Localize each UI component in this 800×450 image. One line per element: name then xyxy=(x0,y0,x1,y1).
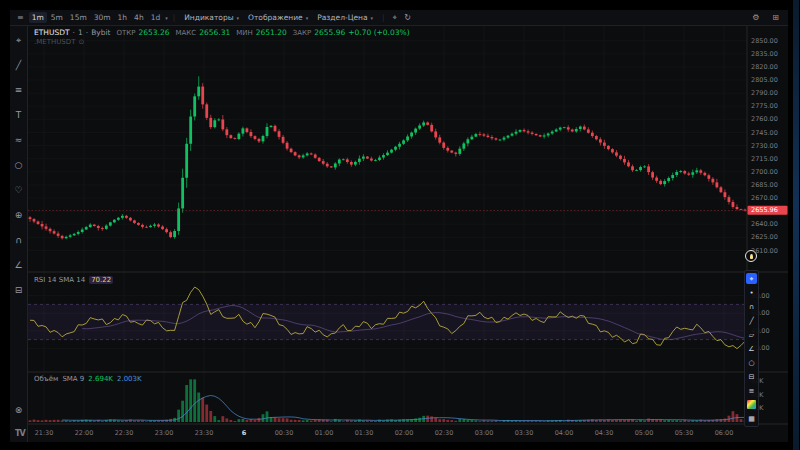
text-tool-icon[interactable]: T xyxy=(13,109,25,121)
time-scale[interactable] xyxy=(28,424,747,442)
symbol-legend: ETHUSDT · 1 · Bybit ОТКР 2653.26 МАКС 26… xyxy=(34,28,410,37)
refresh-icon[interactable]: ↻ xyxy=(401,13,414,23)
trash-tool-icon[interactable]: ⊗ xyxy=(13,404,25,416)
legend-dot-2: · xyxy=(86,28,88,37)
rsi-legend: RSI 14 SMA 14 70.22 xyxy=(34,276,113,284)
timeframe-4h[interactable]: 4h xyxy=(131,12,147,23)
menu-Отображение[interactable]: Отображение▾ xyxy=(244,13,312,22)
toolbar-divider: | xyxy=(173,13,176,22)
panel-layout-icon[interactable]: ⊞ xyxy=(769,13,782,22)
legend-interval: 1 xyxy=(78,28,83,37)
top-toolbar: ≡ 1m5m15m30m1h4h1d ▾ | Индикаторы▾Отобра… xyxy=(10,10,788,26)
trend-line-tool-icon[interactable]: ╱ xyxy=(13,59,25,71)
timeframe-30m[interactable]: 30m xyxy=(91,12,114,23)
grid-settings-icon[interactable]: ▦ xyxy=(746,413,757,424)
open-label: ОТКР xyxy=(117,29,136,37)
pattern-tool-icon[interactable]: ≈ xyxy=(13,134,25,146)
volume-sma-title: SMA 9 xyxy=(62,375,84,383)
timeframe-5m[interactable]: 5m xyxy=(48,12,66,23)
pencil-icon[interactable]: ╱ xyxy=(746,315,757,326)
dot-tool-icon[interactable]: • xyxy=(746,287,757,298)
menu-label: Раздел-Цена xyxy=(317,13,367,22)
cursor-tool-icon[interactable]: ⌖ xyxy=(746,273,757,284)
rsi-value: 70.22 xyxy=(89,276,113,284)
timeframe-dropdown-caret[interactable]: ▾ xyxy=(165,15,168,21)
hide-all-tool-icon[interactable]: ⊟ xyxy=(13,284,25,296)
chart-area: 2850.002835.002820.002805.002790.002775.… xyxy=(28,26,788,442)
menu-label: Индикаторы xyxy=(184,13,233,22)
chart-canvas[interactable]: 2850.002835.002820.002805.002790.002775.… xyxy=(28,26,788,442)
toolbar-divider-2: | xyxy=(382,13,385,22)
chevron-down-icon: ▾ xyxy=(237,15,240,21)
volume-title[interactable]: Объём xyxy=(34,375,58,383)
legend-exchange: Bybit xyxy=(91,28,110,37)
volume-legend: Объём SMA 9 2.694K 2.003K xyxy=(34,375,142,383)
timeframe-group: 1m5m15m30m1h4h1d xyxy=(29,12,163,23)
change-value: +0.70 (+0.03%) xyxy=(348,28,409,37)
legend-dot-1: · xyxy=(73,28,75,37)
close-label: ЗАКР xyxy=(293,29,311,37)
floating-drawing-toolbar: ⌖•∩╱▱∠○⊟≡▦ xyxy=(744,270,759,427)
topbar-right-icons: ⚙⊞ xyxy=(749,13,784,22)
chevron-down-icon: ▾ xyxy=(371,15,374,21)
timeframe-1m[interactable]: 1m xyxy=(29,12,47,23)
volume-value: 2.694K xyxy=(88,375,113,383)
circle-draw-icon[interactable]: ○ xyxy=(746,357,757,368)
eye-icon[interactable]: ⊙ xyxy=(78,38,84,46)
tradingview-logo[interactable]: TV xyxy=(15,429,25,438)
timeframe-1h[interactable]: 1h xyxy=(115,12,131,23)
rsi-title[interactable]: RSI 14 SMA 14 xyxy=(34,276,85,284)
symbol-title[interactable]: ETHUSDT xyxy=(34,28,70,37)
low-value: 2651.20 xyxy=(256,28,287,37)
overlay-symbol-legend: .METHUSDT ⊙ xyxy=(34,38,84,46)
ruler-icon[interactable]: ∠ xyxy=(746,343,757,354)
menu-group: Индикаторы▾Отображение▾Раздел-Цена▾ xyxy=(180,13,377,22)
timeframe-1d[interactable]: 1d xyxy=(148,12,164,23)
settings-gear-icon[interactable]: ⚙ xyxy=(749,13,762,22)
video-frame: ≡ 1m5m15m30m1h4h1d ▾ | Индикаторы▾Отобра… xyxy=(0,0,800,450)
zoom-tool-icon[interactable]: ⊕ xyxy=(13,209,25,221)
palette-icon[interactable] xyxy=(746,399,757,410)
overlay-symbol-title[interactable]: .METHUSDT xyxy=(34,38,75,46)
volume-sma-value: 2.003K xyxy=(117,375,142,383)
high-label: МАКС xyxy=(176,29,197,37)
magnet-tool-icon[interactable]: ∩ xyxy=(13,234,25,246)
chevron-down-icon: ▾ xyxy=(306,15,309,21)
fib-retracement-tool-icon[interactable]: ≡ xyxy=(13,84,25,96)
high-value: 2656.31 xyxy=(199,28,230,37)
desktop-edge-strip xyxy=(793,0,799,450)
magnet-icon[interactable]: ∩ xyxy=(746,301,757,312)
crosshair-tool-icon[interactable]: ⌖ xyxy=(13,34,25,46)
lightbulb-hint-icon[interactable] xyxy=(745,250,757,262)
measure-tool-icon[interactable]: ∠ xyxy=(13,259,25,271)
menu-icon[interactable]: ≡ xyxy=(14,13,27,22)
timeframe-15m[interactable]: 15m xyxy=(67,12,90,23)
menu-label: Отображение xyxy=(248,13,303,22)
shapes-tool-icon[interactable]: ○ xyxy=(13,159,25,171)
menu-Раздел-Цена[interactable]: Раздел-Цена▾ xyxy=(313,13,377,22)
drawing-toolbar: ⌖╱≡T≈○♡⊕∩∠⊟⊗ xyxy=(10,26,28,442)
eraser-icon[interactable]: ▱ xyxy=(746,329,757,340)
emoji-tool-icon[interactable]: ♡ xyxy=(13,184,25,196)
low-label: МИН xyxy=(236,29,253,37)
trading-terminal-window: ≡ 1m5m15m30m1h4h1d ▾ | Индикаторы▾Отобра… xyxy=(10,10,788,442)
close-value: 2655.96 xyxy=(314,28,345,37)
crosshair-mode-icon[interactable]: ⌖ xyxy=(390,13,401,23)
bulb-glyph xyxy=(750,254,753,259)
lock-icon[interactable]: ⊟ xyxy=(746,371,757,382)
toolbar-tool-icons: ⌖↻ xyxy=(390,13,414,23)
open-value: 2653.26 xyxy=(139,28,170,37)
palette-swatch xyxy=(747,400,756,409)
layers-icon[interactable]: ≡ xyxy=(746,385,757,396)
menu-Индикаторы[interactable]: Индикаторы▾ xyxy=(180,13,243,22)
